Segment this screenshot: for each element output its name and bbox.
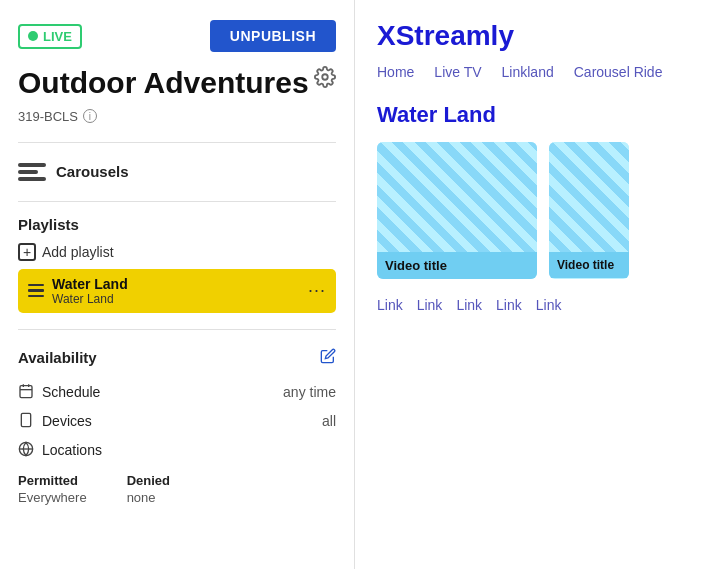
playlist-name: Water Land [52, 276, 128, 292]
devices-left: Devices [18, 412, 92, 431]
schedule-left: Schedule [18, 383, 100, 402]
bottom-link-3[interactable]: Link [456, 297, 482, 313]
carousels-row[interactable]: Carousels [18, 155, 336, 189]
denied-value: none [127, 490, 170, 505]
nav-home[interactable]: Home [377, 64, 414, 80]
live-dot-icon [28, 31, 38, 41]
availability-heading: Availability [18, 349, 97, 366]
live-label: LIVE [43, 29, 72, 44]
locations-label: Locations [42, 442, 102, 458]
schedule-row: Schedule any time [18, 378, 336, 407]
playlist-item[interactable]: Water Land Water Land ··· [18, 269, 336, 313]
nav-livetv[interactable]: Live TV [434, 64, 481, 80]
nav-carousel-ride[interactable]: Carousel Ride [574, 64, 663, 80]
bottom-links: Link Link Link Link Link [377, 297, 683, 313]
nav-links: Home Live TV Linkland Carousel Ride [377, 64, 683, 80]
live-badge: LIVE [18, 24, 82, 49]
left-panel: LIVE UNPUBLISH Outdoor Adventures 319-BC… [0, 0, 355, 569]
video-card-2[interactable]: Video title [549, 142, 629, 279]
permitted-value: Everywhere [18, 490, 87, 505]
schedule-label: Schedule [42, 384, 100, 400]
playlist-more-button[interactable]: ··· [308, 280, 326, 301]
divider-1 [18, 142, 336, 143]
playlists-heading: Playlists [18, 216, 336, 233]
divider-3 [18, 329, 336, 330]
playlist-item-text: Water Land Water Land [52, 276, 128, 306]
video-card-1[interactable]: Video title [377, 142, 537, 279]
locations-row: Locations [18, 436, 336, 465]
playlist-item-left: Water Land Water Land [28, 276, 128, 306]
svg-point-0 [322, 74, 328, 80]
section-title: Water Land [377, 102, 683, 128]
carousels-label: Carousels [56, 163, 129, 180]
brand-title: XStreamly [377, 20, 683, 52]
svg-rect-5 [21, 413, 30, 426]
top-bar: LIVE UNPUBLISH [18, 20, 336, 52]
nav-linkland[interactable]: Linkland [502, 64, 554, 80]
devices-label: Devices [42, 413, 92, 429]
permitted-denied-row: Permitted Everywhere Denied none [18, 473, 336, 505]
video-title-1: Video title [377, 252, 537, 279]
calendar-svg [18, 383, 34, 399]
schedule-value: any time [283, 384, 336, 400]
pencil-icon [320, 348, 336, 364]
bottom-link-2[interactable]: Link [417, 297, 443, 313]
add-playlist-label: Add playlist [42, 244, 114, 260]
phone-svg [18, 412, 34, 428]
denied-col: Denied none [127, 473, 170, 505]
svg-rect-1 [20, 385, 32, 397]
devices-value: all [322, 413, 336, 429]
bottom-link-5[interactable]: Link [536, 297, 562, 313]
denied-label: Denied [127, 473, 170, 488]
video-cards-row: Video title Video title [377, 142, 683, 279]
add-icon: + [18, 243, 36, 261]
playlist-list-icon [28, 284, 44, 298]
page-title: Outdoor Adventures [18, 66, 336, 101]
carousels-icon [18, 161, 46, 183]
edit-icon[interactable] [320, 348, 336, 368]
playlist-sub: Water Land [52, 292, 128, 306]
availability-section: Availability Schedule [18, 348, 336, 505]
gear-icon [314, 66, 336, 88]
info-icon[interactable]: i [83, 109, 97, 123]
bottom-link-1[interactable]: Link [377, 297, 403, 313]
device-icon [18, 412, 34, 431]
video-title-2: Video title [549, 252, 629, 278]
add-playlist-row[interactable]: + Add playlist [18, 241, 336, 263]
devices-row: Devices all [18, 407, 336, 436]
locations-left: Locations [18, 441, 102, 460]
globe-icon [18, 441, 34, 460]
bottom-link-4[interactable]: Link [496, 297, 522, 313]
video-thumbnail-1 [377, 142, 537, 252]
divider-2 [18, 201, 336, 202]
right-panel: XStreamly Home Live TV Linkland Carousel… [355, 0, 705, 569]
permitted-label: Permitted [18, 473, 87, 488]
availability-header: Availability [18, 348, 336, 368]
settings-icon-wrap[interactable] [314, 66, 336, 92]
unpublish-button[interactable]: UNPUBLISH [210, 20, 336, 52]
video-thumbnail-2 [549, 142, 629, 252]
globe-svg [18, 441, 34, 457]
permitted-col: Permitted Everywhere [18, 473, 87, 505]
calendar-icon [18, 383, 34, 402]
page-id-text: 319-BCLS [18, 109, 78, 124]
page-id-row: 319-BCLS i [18, 109, 336, 124]
